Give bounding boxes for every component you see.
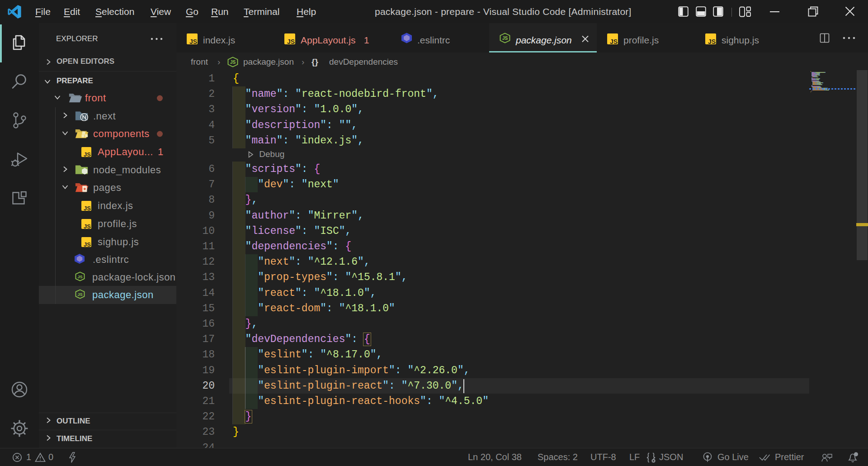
svg-text:JS: JS [77, 275, 82, 279]
svg-text:JS: JS [77, 292, 82, 297]
